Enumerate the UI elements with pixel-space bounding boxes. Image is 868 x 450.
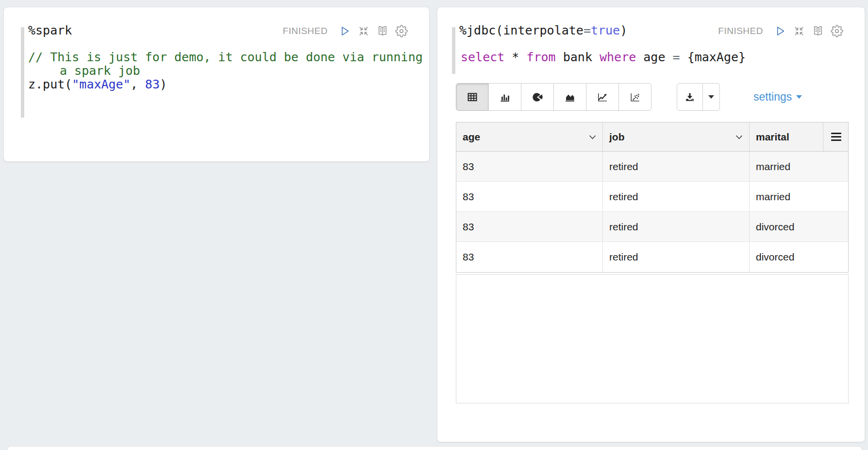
code-line: // This is just for demo, it could be do… bbox=[28, 51, 423, 64]
code-token: age bbox=[636, 50, 672, 64]
download-icon bbox=[684, 91, 696, 104]
table-cell[interactable]: 83 bbox=[456, 212, 603, 242]
status-badge: FINISHED bbox=[718, 26, 763, 36]
paragraph-jdbc: %jdbc(interpolate=true) FINISHED select … bbox=[437, 7, 865, 442]
table-menu-button[interactable] bbox=[823, 122, 849, 151]
book-output-icon[interactable] bbox=[376, 25, 389, 37]
table-cell[interactable]: retired bbox=[603, 242, 750, 272]
code-token: * bbox=[504, 50, 526, 64]
code-line: a spark job bbox=[28, 64, 423, 78]
paragraph-status-bar: FINISHED bbox=[718, 25, 843, 37]
status-badge: FINISHED bbox=[283, 26, 328, 36]
run-icon[interactable] bbox=[774, 25, 786, 37]
code-token: %spark bbox=[28, 23, 72, 37]
download-button[interactable] bbox=[677, 83, 703, 111]
download-options-button[interactable] bbox=[702, 83, 720, 111]
table-cell[interactable]: retired bbox=[603, 152, 750, 181]
code-token: select bbox=[461, 50, 504, 64]
table-icon bbox=[466, 91, 479, 104]
code-editor[interactable]: select * from bank where age = {maxAge} bbox=[461, 51, 746, 64]
table-body: 83retiredmarried83retiredmarried83retire… bbox=[456, 152, 849, 273]
chart-type-line-button[interactable] bbox=[586, 83, 619, 111]
table-cell[interactable]: divorced bbox=[750, 242, 848, 272]
code-token: "maxAge" bbox=[72, 77, 130, 91]
code-token: where bbox=[600, 50, 636, 64]
code-token: %jdbc(interpolate bbox=[459, 23, 584, 37]
chart-type-scatter-button[interactable] bbox=[618, 83, 651, 111]
line-chart-icon bbox=[596, 91, 609, 104]
book-output-icon[interactable] bbox=[812, 25, 824, 37]
editor-gutter bbox=[452, 27, 455, 74]
settings-toggle[interactable]: settings bbox=[753, 83, 802, 111]
column-header-marital[interactable]: marital bbox=[750, 122, 823, 151]
shrink-output-icon[interactable] bbox=[357, 25, 370, 37]
column-header-age[interactable]: age bbox=[456, 122, 603, 151]
table-cell[interactable]: 83 bbox=[456, 152, 603, 181]
chart-type-pie-button[interactable] bbox=[521, 83, 554, 111]
table-cell[interactable]: married bbox=[750, 182, 848, 211]
paragraph-spark: %spark FINISHED // This is just for demo… bbox=[3, 7, 430, 162]
chevron-down-icon bbox=[589, 135, 596, 139]
bar-chart-icon bbox=[499, 91, 511, 104]
code-token: ) bbox=[160, 77, 167, 91]
code-token: // This is just for demo, it could be do… bbox=[28, 50, 423, 64]
column-header-label: marital bbox=[756, 131, 789, 143]
code-token: z.put( bbox=[28, 77, 72, 91]
code-token: , bbox=[131, 77, 145, 91]
code-token: a spark job bbox=[60, 64, 140, 78]
settings-label: settings bbox=[753, 90, 792, 104]
table-row: 83retireddivorced bbox=[456, 242, 848, 272]
notebook-page: %spark FINISHED // This is just for demo… bbox=[0, 0, 868, 450]
result-table: agejobmarital 83retiredmarried83retiredm… bbox=[456, 122, 849, 273]
code-line: z.put("maxAge", 83) bbox=[28, 78, 423, 91]
code-line: select * from bank where age = {maxAge} bbox=[461, 51, 746, 64]
chart-type-group bbox=[456, 83, 651, 111]
column-header-job[interactable]: job bbox=[603, 122, 750, 151]
column-header-label: job bbox=[609, 131, 625, 143]
code-token: ) bbox=[620, 23, 627, 37]
table-row: 83retireddivorced bbox=[456, 212, 848, 242]
code-token: 83 bbox=[145, 77, 160, 91]
table-row: 83retiredmarried bbox=[456, 152, 848, 182]
code-token: bank bbox=[556, 50, 600, 64]
column-menu-icon bbox=[831, 133, 841, 141]
table-header-row: agejobmarital bbox=[456, 122, 849, 152]
download-button-group bbox=[677, 83, 720, 111]
gear-icon[interactable] bbox=[395, 25, 408, 37]
chart-type-table-button[interactable] bbox=[456, 83, 489, 111]
table-cell[interactable]: retired bbox=[603, 212, 750, 242]
paragraph-status-bar: FINISHED bbox=[283, 25, 408, 37]
chart-type-area-button[interactable] bbox=[553, 83, 586, 111]
code-token: {maxAge} bbox=[687, 50, 746, 64]
scatter-chart-icon bbox=[629, 91, 641, 104]
code-token: = bbox=[584, 23, 591, 37]
code-token: true bbox=[591, 23, 620, 37]
table-row: 83retiredmarried bbox=[456, 182, 848, 212]
chart-type-bar-button[interactable] bbox=[488, 83, 521, 111]
next-paragraph-edge bbox=[7, 446, 862, 450]
column-header-label: age bbox=[463, 131, 480, 143]
table-cell[interactable]: divorced bbox=[750, 212, 848, 242]
editor-gutter bbox=[21, 27, 24, 118]
interpreter-binding[interactable]: %spark bbox=[28, 24, 72, 37]
table-cell[interactable]: married bbox=[750, 152, 848, 181]
caret-down-icon bbox=[708, 95, 714, 99]
table-cell[interactable]: 83 bbox=[456, 242, 603, 272]
display-toolbar: settings bbox=[456, 83, 849, 111]
code-token: from bbox=[526, 50, 555, 64]
code-token: = bbox=[673, 50, 687, 64]
pie-chart-icon bbox=[531, 91, 544, 104]
gear-icon[interactable] bbox=[831, 25, 843, 37]
area-chart-icon bbox=[564, 91, 576, 104]
caret-down-icon bbox=[796, 95, 802, 99]
table-cell[interactable]: retired bbox=[603, 182, 750, 211]
run-icon[interactable] bbox=[338, 25, 351, 37]
interpreter-binding[interactable]: %jdbc(interpolate=true) bbox=[459, 24, 627, 37]
chevron-down-icon bbox=[735, 135, 743, 139]
code-editor[interactable]: // This is just for demo, it could be do… bbox=[28, 51, 423, 91]
table-cell[interactable]: 83 bbox=[456, 182, 603, 211]
shrink-output-icon[interactable] bbox=[793, 25, 805, 37]
table-empty-area bbox=[456, 274, 849, 403]
